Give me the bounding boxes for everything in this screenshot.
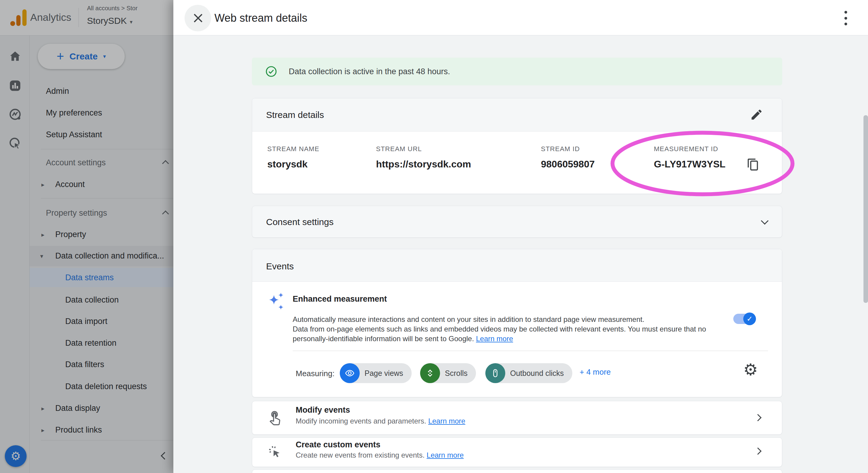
measurement-id-value: G-LY917W3YSL [654, 159, 725, 170]
next-row-sliver [252, 469, 782, 473]
stream-url-value: https://storysdk.com [376, 159, 471, 170]
create-custom-events-row[interactable]: Create custom events Create new events f… [252, 437, 782, 467]
modify-events-row[interactable]: Modify events Modify incoming events and… [252, 401, 782, 435]
divider [293, 350, 768, 351]
create-custom-events-title: Create custom events [296, 440, 380, 449]
web-stream-details-panel: Web stream details Data collection is ac… [173, 0, 868, 473]
stream-name-label: STREAM NAME [267, 145, 319, 153]
stream-id-label: STREAM ID [541, 145, 580, 153]
sparkle-icon [267, 292, 285, 312]
stream-url-label: STREAM URL [376, 145, 422, 153]
chip-page-views[interactable]: Page views [340, 363, 412, 383]
kebab-icon [844, 11, 847, 13]
banner-text: Data collection is active in the past 48… [289, 67, 450, 76]
toggle-thumb[interactable]: ✓ [743, 312, 756, 325]
consent-settings-card[interactable]: Consent settings [252, 206, 782, 238]
enhanced-desc-line2: Data from on-page elements such as links… [293, 325, 706, 333]
modify-events-title: Modify events [296, 405, 350, 415]
learn-more-link[interactable]: Learn more [428, 417, 465, 425]
chevron-down-icon [761, 217, 768, 225]
data-collection-banner: Data collection is active in the past 48… [252, 58, 782, 86]
enhanced-desc-line1: Automatically measure interactions and c… [293, 315, 645, 324]
chevron-right-icon [754, 414, 762, 421]
learn-more-link[interactable]: Learn more [427, 451, 464, 459]
mouse-icon [485, 363, 505, 383]
events-card: Events Enhanced measurement Automaticall… [252, 249, 782, 397]
modal-scrim[interactable] [0, 0, 173, 473]
consent-settings-title: Consent settings [266, 217, 334, 227]
edit-pencil-icon[interactable] [750, 108, 763, 121]
create-custom-events-desc: Create new events from existing events. … [296, 451, 464, 460]
scrollbar-thumb[interactable] [864, 115, 868, 303]
check-circle-icon [265, 65, 277, 77]
screen: Analytics All accounts > Stor StorySDK▾ … [0, 0, 868, 473]
stream-details-header: Stream details [252, 98, 782, 132]
copy-icon[interactable] [747, 158, 760, 171]
enhanced-desc-line3: personally-identifiable information will… [293, 335, 513, 343]
stream-id-value: 9806059807 [541, 159, 595, 170]
cursor-click-icon [267, 444, 282, 460]
panel-header: Web stream details [173, 0, 868, 36]
measuring-label: Measuring: [296, 369, 335, 378]
stream-details-card: Stream details STREAM NAME storysdk STRE… [252, 98, 782, 194]
scroll-icon [420, 363, 440, 383]
touch-icon [267, 409, 282, 425]
events-title: Events [266, 261, 294, 271]
stream-details-title: Stream details [266, 110, 324, 120]
close-button[interactable] [185, 5, 211, 31]
chip-scrolls[interactable]: Scrolls [420, 363, 476, 383]
eye-icon [340, 363, 360, 383]
measurement-id-label: MEASUREMENT ID [654, 145, 718, 153]
chip-outbound-clicks[interactable]: Outbound clicks [485, 363, 572, 383]
more-chips-link[interactable]: + 4 more [580, 367, 611, 377]
enhanced-measurement-title: Enhanced measurement [293, 295, 387, 304]
stream-name-value: storysdk [267, 159, 307, 170]
modify-events-desc: Modify incoming events and parameters. L… [296, 417, 465, 425]
chevron-right-icon [754, 447, 762, 454]
panel-title: Web stream details [214, 12, 307, 25]
check-icon: ✓ [747, 315, 753, 323]
learn-more-link[interactable]: Learn more [476, 335, 513, 343]
more-options-button[interactable] [841, 10, 850, 26]
events-header: Events [252, 249, 782, 282]
measuring-settings-gear-icon[interactable]: ⚙ [743, 361, 758, 378]
